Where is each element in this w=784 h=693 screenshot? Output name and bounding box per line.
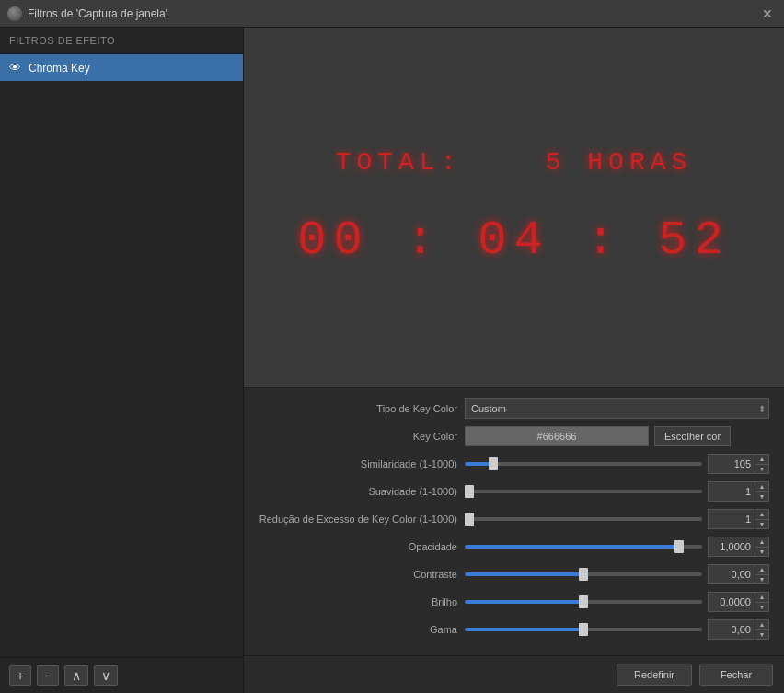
key-color-box[interactable]: #666666 xyxy=(465,426,649,446)
right-panel: TOTAL: 5 HORAS 00 : 04 : 52 Tipo de Key … xyxy=(244,28,784,693)
contraste-slider-wrapper xyxy=(465,572,702,576)
app-icon xyxy=(7,6,22,21)
suavidade-row: Suavidade (1-1000) 1 ▲ ▼ xyxy=(253,480,769,502)
similaridade-spinner: 105 ▲ ▼ xyxy=(708,454,769,474)
brilho-up[interactable]: ▲ xyxy=(755,593,768,603)
sidebar: Filtros de efeito 👁 Chroma Key + − ∧ ∨ xyxy=(0,28,244,693)
opacidade-down[interactable]: ▼ xyxy=(755,548,768,557)
similaridade-row: Similaridade (1-1000) 105 ▲ ▼ xyxy=(253,453,769,475)
suavidade-content: 1 ▲ ▼ xyxy=(465,481,769,502)
opacidade-slider[interactable] xyxy=(465,545,702,549)
contraste-up[interactable]: ▲ xyxy=(755,565,768,575)
suavidade-input[interactable]: 1 xyxy=(709,486,755,497)
sidebar-item-chromakey[interactable]: 👁 Chroma Key xyxy=(0,54,243,81)
add-filter-button[interactable]: + xyxy=(9,665,31,686)
brilho-spinner: 0,0000 ▲ ▼ xyxy=(708,592,769,612)
key-color-row: Key Color #666666 Escolher cor xyxy=(253,425,769,447)
tipo-key-color-label: Tipo de Key Color xyxy=(253,403,465,414)
reducao-label: Redução de Excesso de Key Color (1-1000) xyxy=(253,514,465,525)
title-bar: Filtros de 'Captura de janela' ✕ xyxy=(0,0,784,28)
brilho-slider-wrapper xyxy=(465,600,702,604)
similaridade-slider-wrapper xyxy=(465,462,702,466)
brilho-label: Brilho xyxy=(253,596,465,607)
escolher-cor-button[interactable]: Escolher cor xyxy=(654,426,731,446)
bottom-bar: Redefinir Fechar xyxy=(244,655,784,693)
gama-label: Gama xyxy=(253,624,465,635)
gama-slider-wrapper xyxy=(465,628,702,631)
gama-slider[interactable] xyxy=(465,628,702,631)
reducao-arrows: ▲ ▼ xyxy=(755,510,768,528)
total-value: 5 HORAS xyxy=(546,148,693,177)
tipo-key-color-select-wrapper: Custom ⬍ xyxy=(465,398,769,419)
reducao-content: 1 ▲ ▼ xyxy=(465,509,769,529)
tipo-key-color-row: Tipo de Key Color Custom ⬍ xyxy=(253,398,769,420)
opacidade-label: Opacidade xyxy=(253,541,465,552)
gama-row: Gama 0,00 ▲ ▼ xyxy=(253,618,769,641)
gama-input[interactable]: 0,00 xyxy=(709,624,755,635)
contraste-slider[interactable] xyxy=(465,572,702,576)
similaridade-up[interactable]: ▲ xyxy=(755,455,768,465)
opacidade-row: Opacidade 1,0000 ▲ ▼ xyxy=(253,536,769,558)
sidebar-footer: + − ∧ ∨ xyxy=(0,657,243,693)
similaridade-slider[interactable] xyxy=(465,462,702,466)
suavidade-spinner: 1 ▲ ▼ xyxy=(708,481,769,502)
contraste-down[interactable]: ▼ xyxy=(755,575,768,584)
contraste-label: Contraste xyxy=(253,569,465,580)
suavidade-label: Suavidade (1-1000) xyxy=(253,486,465,497)
key-color-label: Key Color xyxy=(253,431,465,442)
gama-arrows: ▲ ▼ xyxy=(755,620,768,639)
sidebar-spacer xyxy=(0,81,243,657)
reducao-slider[interactable] xyxy=(465,517,702,521)
contraste-spinner: 0,00 ▲ ▼ xyxy=(708,564,769,584)
move-down-button[interactable]: ∨ xyxy=(94,665,118,686)
gama-spinner: 0,00 ▲ ▼ xyxy=(708,619,769,640)
timer-display: TOTAL: 5 HORAS 00 : 04 : 52 xyxy=(297,148,730,268)
reducao-input[interactable]: 1 xyxy=(709,514,755,525)
opacidade-arrows: ▲ ▼ xyxy=(755,537,768,556)
suavidade-slider-wrapper xyxy=(465,490,702,493)
close-button[interactable]: ✕ xyxy=(758,5,777,23)
contraste-input[interactable]: 0,00 xyxy=(709,569,755,580)
suavidade-slider[interactable] xyxy=(465,490,702,493)
brilho-input[interactable]: 0,0000 xyxy=(709,596,755,607)
opacidade-content: 1,0000 ▲ ▼ xyxy=(465,537,769,557)
reducao-spinner: 1 ▲ ▼ xyxy=(708,509,769,529)
key-color-hex: #666666 xyxy=(537,431,577,442)
brilho-content: 0,0000 ▲ ▼ xyxy=(465,592,769,612)
similaridade-input[interactable]: 105 xyxy=(709,458,755,469)
similaridade-down[interactable]: ▼ xyxy=(755,465,768,474)
fechar-button[interactable]: Fechar xyxy=(699,664,773,686)
total-label: TOTAL: xyxy=(336,148,462,177)
remove-filter-button[interactable]: − xyxy=(37,665,59,686)
suavidade-arrows: ▲ ▼ xyxy=(755,482,768,501)
main-container: Filtros de efeito 👁 Chroma Key + − ∧ ∨ T… xyxy=(0,28,784,693)
sidebar-item-label: Chroma Key xyxy=(29,62,90,75)
similaridade-content: 105 ▲ ▼ xyxy=(465,454,769,474)
opacidade-up[interactable]: ▲ xyxy=(755,537,768,548)
brilho-slider[interactable] xyxy=(465,600,702,604)
key-color-content: #666666 Escolher cor xyxy=(465,426,769,446)
move-up-button[interactable]: ∧ xyxy=(64,665,88,686)
gama-down[interactable]: ▼ xyxy=(755,630,768,640)
redefinir-button[interactable]: Redefinir xyxy=(617,664,692,686)
tipo-key-color-content: Custom ⬍ xyxy=(465,398,769,419)
eye-icon: 👁 xyxy=(9,61,21,75)
opacidade-input[interactable]: 1,0000 xyxy=(709,541,755,552)
tipo-key-color-select[interactable]: Custom xyxy=(465,398,769,419)
title-bar-text: Filtros de 'Captura de janela' xyxy=(28,7,758,20)
suavidade-down[interactable]: ▼ xyxy=(755,492,768,502)
reducao-up[interactable]: ▲ xyxy=(755,510,768,520)
suavidade-up[interactable]: ▲ xyxy=(755,482,768,492)
contraste-arrows: ▲ ▼ xyxy=(755,565,768,583)
timer-time: 00 : 04 : 52 xyxy=(297,214,730,268)
brilho-arrows: ▲ ▼ xyxy=(755,593,768,611)
contraste-row: Contraste 0,00 ▲ ▼ xyxy=(253,563,769,585)
brilho-down[interactable]: ▼ xyxy=(755,603,768,612)
reducao-down[interactable]: ▼ xyxy=(755,520,768,529)
similaridade-label: Similaridade (1-1000) xyxy=(253,458,465,469)
contraste-content: 0,00 ▲ ▼ xyxy=(465,564,769,584)
controls-area: Tipo de Key Color Custom ⬍ Key Color #66… xyxy=(244,387,784,655)
sidebar-header: Filtros de efeito xyxy=(0,28,243,54)
gama-up[interactable]: ▲ xyxy=(755,620,768,630)
brilho-row: Brilho 0,0000 ▲ ▼ xyxy=(253,591,769,613)
